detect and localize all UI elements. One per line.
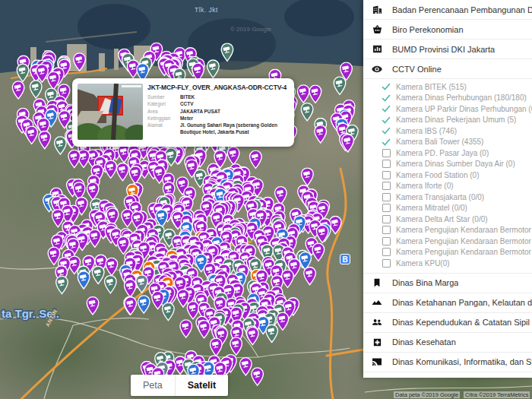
cctv-marker[interactable] — [12, 81, 24, 99]
cctv-layer-kamera-bitek-515[interactable]: Kamera BITEK (515) — [363, 81, 532, 93]
cctv-marker[interactable] — [315, 125, 327, 143]
sidebar-item-badan-perencanaan-pembangunan-daerah[interactable]: Badan Perencanaan Pembangunan Daerah — [363, 0, 532, 20]
cctv-layer-kamera-pd-pasar-jaya-0[interactable]: Kamera PD. Pasar Jaya (0) — [363, 147, 532, 159]
cctv-layer-kamera-iforte-0[interactable]: Kamera Iforte (0) — [363, 181, 532, 192]
checkbox-unchecked[interactable] — [382, 248, 391, 256]
cctv-marker[interactable] — [302, 168, 314, 185]
cctv-layer-kamera-pengujian-kendaraan-bermotor-pulo[interactable]: Kamera Pengujian Kendaraan Bermotor Pulo… — [363, 236, 532, 247]
cctv-marker[interactable] — [250, 150, 262, 168]
cctv-marker[interactable] — [136, 275, 148, 293]
sidebar-item-dinas-bina-marga[interactable]: Dinas Bina Marga — [363, 274, 532, 293]
cctv-marker[interactable] — [180, 320, 192, 337]
cctv-marker[interactable] — [68, 150, 81, 167]
sidebar-item-dinas-kependudukan-catatan-sipil[interactable]: Dinas Kependudukan & Catatan Sipil — [363, 313, 532, 333]
checkbox-unchecked[interactable] — [382, 171, 391, 179]
cctv-marker[interactable] — [277, 312, 289, 330]
cctv-marker[interactable] — [240, 358, 252, 375]
cctv-marker[interactable] — [316, 225, 328, 242]
cctv-marker[interactable] — [152, 291, 164, 309]
satellite-view-button[interactable]: Satelit — [176, 375, 229, 396]
cctv-marker[interactable] — [198, 321, 211, 338]
cctv-layer-kamera-bali-tower-4355[interactable]: Kamera Bali Tower (4355) — [363, 137, 532, 148]
cctv-marker[interactable] — [227, 147, 239, 164]
cctv-marker[interactable] — [78, 271, 90, 289]
sidebar-item-dinas-komunikasi-informatika-dan-statist[interactable]: Dinas Komunikasi, Informatika, dan Stati… — [363, 353, 532, 372]
cctv-marker[interactable] — [342, 135, 354, 152]
cctv-layer-kamera-dinas-sumber-daya-air-0[interactable]: Kamera Dinas Sumber Daya Air (0) — [363, 159, 532, 170]
cctv-marker[interactable] — [105, 276, 117, 293]
cctv-layer-kamera-up-parkir-dinas-perhubungan-0-26[interactable]: Kamera UP Parkir Dinas Perhubungan (0/26… — [363, 103, 532, 115]
cctv-marker[interactable] — [17, 64, 29, 81]
cctv-layer-kamera-mitratel-0-0[interactable]: Kamera Mitratel (0/0) — [363, 203, 532, 214]
cctv-marker[interactable] — [312, 243, 325, 261]
cctv-marker[interactable] — [56, 276, 68, 293]
cctv-marker[interactable] — [301, 103, 313, 121]
cctv-marker[interactable] — [221, 43, 233, 61]
cctv-marker[interactable] — [92, 266, 104, 283]
cctv-layer-kamera-pengujian-kendaraan-bermotor-ujun[interactable]: Kamera Pengujian Kendaraan Bermotor Ujun… — [363, 247, 532, 258]
cctv-marker[interactable] — [138, 296, 150, 313]
sidebar-item-dinas-kesehatan[interactable]: Dinas Kesehatan — [363, 333, 532, 353]
cctv-marker[interactable] — [252, 368, 264, 385]
sidebar-item-cctv-online[interactable]: CCTV Online — [363, 59, 532, 79]
cctv-layer-kamera-kpu-0[interactable]: Kamera KPU(0) — [363, 258, 532, 269]
cctv-marker[interactable] — [210, 338, 222, 356]
hospital-icon — [372, 337, 382, 347]
cctv-marker[interactable] — [163, 302, 175, 320]
cctv-layer-kamera-pengujian-kendaraan-bermotor-cili[interactable]: Kamera Pengujian Kendaraan Bermotor Cili… — [363, 225, 532, 236]
checkbox-unchecked[interactable] — [382, 204, 391, 212]
cctv-info-popup[interactable]: JKT-MCP-FLY_OVER_ANGKASA-ODR-CCTV-4 Sumb… — [72, 78, 294, 147]
cctv-marker[interactable] — [48, 71, 60, 89]
field-value: Meter — [180, 115, 289, 122]
sidebar-item-dinas-ketahanan-pangan-kelautan-dan-pert[interactable]: Dinas Ketahanan Pangan, Kelautan dan Per… — [363, 293, 532, 313]
cctv-marker[interactable] — [55, 137, 67, 154]
cctv-layer-kamera-transjakarta-0-0[interactable]: Kamera Transjakarta (0/0) — [363, 192, 532, 203]
cctv-layer-kamera-delta-art-star-0-0[interactable]: Kamera Delta Art Star (0/0) — [363, 214, 532, 225]
bumd-icon — [372, 44, 382, 55]
sidebar-item-bumd-provinsi-dki-jakarta[interactable]: BUMD Provinsi DKI Jakarta — [363, 40, 532, 59]
cctv-layer-kamera-dinas-pekerjaan-umum-5[interactable]: Kamera Dinas Pekerjaan Umum (5) — [363, 115, 532, 126]
cctv-marker[interactable] — [74, 53, 86, 71]
checkbox-unchecked[interactable] — [382, 226, 391, 234]
checkbox-unchecked[interactable] — [382, 149, 391, 157]
sidebar-item-biro-perekonomian[interactable]: Biro Perekonomian — [363, 20, 532, 40]
cctv-marker[interactable] — [125, 280, 137, 297]
cctv-marker[interactable] — [117, 163, 129, 181]
cctv-marker[interactable] — [187, 302, 199, 319]
cctv-marker[interactable] — [230, 337, 242, 355]
cctv-marker[interactable] — [87, 182, 99, 200]
cctv-marker[interactable] — [89, 230, 101, 247]
transit-station-badge[interactable]: B — [340, 254, 350, 264]
checkbox-unchecked[interactable] — [382, 259, 391, 268]
cctv-marker[interactable] — [125, 297, 137, 315]
cctv-layer-kamera-food-station-0[interactable]: Kamera Food Station (0) — [363, 169, 532, 181]
cctv-marker[interactable] — [282, 270, 294, 287]
cctv-marker[interactable] — [106, 258, 118, 275]
cctv-marker[interactable] — [275, 187, 287, 204]
cctv-marker[interactable] — [304, 267, 316, 284]
cctv-marker[interactable] — [39, 131, 51, 149]
cctv-marker[interactable] — [129, 166, 141, 184]
cctv-marker[interactable] — [334, 77, 346, 94]
cctv-marker[interactable] — [118, 236, 130, 254]
cctv-marker[interactable] — [309, 85, 321, 103]
cctv-marker[interactable] — [26, 126, 38, 144]
cctv-marker[interactable] — [87, 297, 99, 315]
cctv-marker[interactable] — [297, 85, 309, 103]
cctv-marker[interactable] — [207, 60, 220, 78]
cctv-marker[interactable] — [30, 81, 42, 98]
cctv-marker[interactable] — [266, 325, 278, 342]
cctv-layer-kamera-dinas-perhubungan-180-180[interactable]: Kamera Dinas Perhubungan (180/180) — [363, 93, 532, 104]
cctv-layer-kamera-ibs-746[interactable]: Kamera IBS (746) — [363, 125, 532, 137]
sidebar-item-label: Dinas Ketahanan Pangan, Kelautan dan Per… — [392, 298, 532, 307]
checkbox-unchecked[interactable] — [382, 182, 391, 190]
checkbox-unchecked[interactable] — [382, 193, 391, 201]
sidebar-item-dinas-koperasi-usaha-mikro-kecil-menenga[interactable]: Dinas Koperasi Usaha Mikro Kecil Menenga… — [363, 372, 532, 378]
checkbox-unchecked[interactable] — [382, 215, 391, 223]
map-view-button[interactable]: Peta — [131, 375, 176, 396]
cctv-marker[interactable] — [105, 160, 117, 178]
checkbox-unchecked[interactable] — [382, 237, 391, 245]
checkbox-unchecked[interactable] — [382, 160, 391, 168]
layer-sidebar: Badan Perencanaan Pembangunan DaerahBiro… — [363, 0, 532, 378]
cctv-marker[interactable] — [247, 327, 259, 344]
